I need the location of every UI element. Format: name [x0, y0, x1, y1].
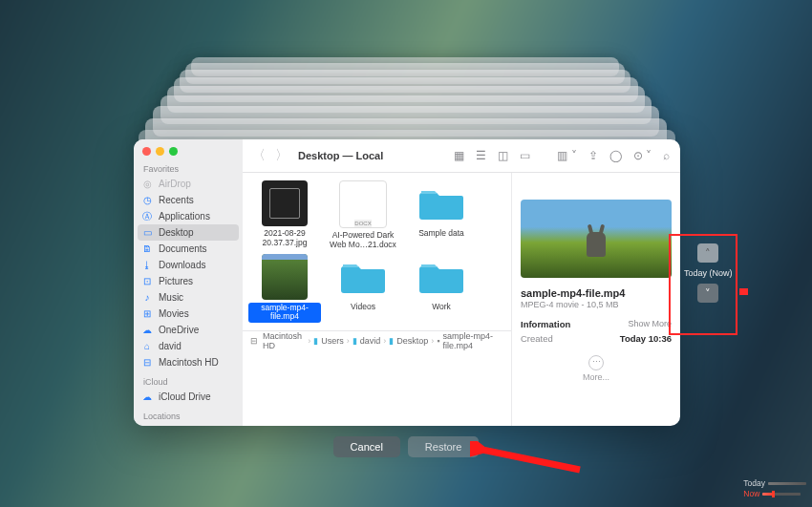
airdrop-icon: ◎: [141, 179, 153, 190]
sidebar-item-music[interactable]: ♪ Music: [134, 289, 243, 306]
sidebar-item-label: Downloads: [159, 260, 205, 270]
path-bar[interactable]: ⊟ Macintosh HD› ▮ Users› ▮ david› ▮ Desk…: [243, 330, 511, 350]
sidebar-item-recents[interactable]: ◷ Recents: [134, 192, 243, 208]
file-label: Work: [432, 303, 451, 312]
applications-icon: Ⓐ: [141, 211, 153, 222]
file-label: Videos: [351, 303, 375, 312]
sidebar-item-label: Applications: [159, 211, 210, 222]
preview-info-header: Information: [521, 319, 570, 329]
cancel-button[interactable]: Cancel: [333, 436, 400, 457]
annotation-marker: [739, 288, 748, 295]
created-label: Created: [521, 333, 553, 344]
restore-button[interactable]: Restore: [408, 436, 480, 457]
drive-icon: ⊟: [248, 335, 260, 347]
forward-button[interactable]: 〉: [273, 147, 290, 164]
sidebar-item-onedrive[interactable]: ☁ OneDrive: [134, 322, 243, 338]
view-gallery-button[interactable]: ▭: [517, 149, 533, 162]
cloud-icon: ☁: [141, 325, 153, 336]
image-thumbnail: [262, 180, 308, 226]
preview-thumbnail: [521, 200, 672, 278]
sidebar-section-icloud: iCloud: [134, 374, 243, 389]
file-label: 2021-08-29 20.37.37.jpg: [248, 229, 321, 248]
file-item-selected[interactable]: sample-mp4-file.mp4: [248, 254, 321, 324]
tags-button[interactable]: ◯: [607, 149, 625, 162]
timeline[interactable]: Today Now: [743, 478, 806, 499]
sidebar-item-label: Documents: [159, 243, 207, 254]
preview-pane: sample-mp4-file.mp4 MPEG-4 movie - 10,5 …: [511, 173, 680, 426]
sidebar-item-label: Movies: [159, 308, 189, 319]
sidebar-item-label: AirDrop: [159, 179, 191, 189]
show-more-link[interactable]: Show More: [628, 319, 672, 329]
sidebar-item-desktop[interactable]: ▭ Desktop: [138, 224, 239, 241]
minimize-button[interactable]: [156, 147, 164, 156]
sidebar-item-documents[interactable]: 🗎 Documents: [134, 241, 243, 257]
file-label: sample-mp4-file.mp4: [248, 303, 321, 324]
file-item[interactable]: Sample data: [405, 180, 478, 250]
time-navigation: ˄ Today (Now) ˅: [684, 243, 733, 303]
preview-filename: sample-mp4-file.mp4: [521, 287, 672, 299]
toolbar: 〈 〉 Desktop — Local ▦ ☰ ◫ ▭ ▥ ˅ ⇪ ◯ ⊙ ˅ …: [243, 139, 680, 173]
sidebar: Favorites ◎ AirDrop ◷ Recents Ⓐ Applicat…: [134, 139, 243, 426]
file-label: AI-Powered Dark Web Mo…21.docx: [327, 231, 399, 250]
back-button[interactable]: 〈: [250, 147, 267, 164]
music-icon: ♪: [141, 292, 153, 304]
folder-thumbnail: [340, 254, 386, 300]
sidebar-item-label: iCloud Drive: [159, 391, 210, 402]
folder-thumbnail: [418, 254, 464, 300]
movies-icon: ⊞: [141, 308, 153, 320]
sidebar-section-favorites: Favorites: [134, 161, 243, 176]
file-item[interactable]: Videos: [327, 254, 399, 324]
preview-more[interactable]: ⋯ More...: [521, 355, 672, 382]
video-thumbnail: [262, 254, 308, 300]
share-button[interactable]: ⇪: [586, 149, 601, 162]
svg-line-0: [478, 449, 580, 470]
sidebar-item-airdrop[interactable]: ◎ AirDrop: [134, 176, 243, 192]
annotation-arrow: [470, 441, 585, 479]
zoom-button[interactable]: [169, 147, 178, 156]
downloads-icon: ⭳: [141, 260, 153, 271]
documents-icon: 🗎: [141, 243, 153, 255]
time-nav-down[interactable]: ˅: [697, 284, 718, 303]
pictures-icon: ⊡: [141, 276, 153, 287]
folder-icon: ▮: [353, 336, 357, 346]
folder-icon: ▮: [389, 336, 394, 346]
sidebar-item-label: david: [159, 341, 182, 351]
window-title: Desktop — Local: [298, 150, 383, 161]
group-menu[interactable]: ▥ ˅: [554, 149, 579, 162]
sidebar-item-label: OneDrive: [159, 325, 199, 335]
file-icon: ▪: [437, 336, 439, 346]
file-item[interactable]: 2021-08-29 20.37.37.jpg: [248, 180, 321, 250]
sidebar-item-label: Recents: [159, 195, 194, 205]
desktop-icon: ▭: [141, 227, 153, 239]
sidebar-item-icloud-drive[interactable]: ☁ iCloud Drive: [134, 389, 243, 405]
created-value: Today 10:36: [620, 333, 672, 344]
document-thumbnail: DOCX: [339, 180, 387, 228]
sidebar-item-label: Desktop: [159, 227, 194, 238]
action-menu[interactable]: ⊙ ˅: [630, 149, 654, 162]
file-item[interactable]: DOCX AI-Powered Dark Web Mo…21.docx: [327, 180, 399, 250]
file-grid: 2021-08-29 20.37.37.jpg DOCX AI-Powered …: [243, 173, 511, 330]
sidebar-item-pictures[interactable]: ⊡ Pictures: [134, 273, 243, 289]
file-label: Sample data: [418, 229, 464, 239]
view-list-button[interactable]: ☰: [473, 149, 489, 162]
drive-icon: ⊟: [141, 357, 153, 369]
clock-icon: ◷: [141, 195, 153, 206]
view-icons-button[interactable]: ▦: [451, 149, 467, 162]
preview-meta: MPEG-4 movie - 10,5 MB: [521, 300, 672, 309]
sidebar-item-macintosh-hd[interactable]: ⊟ Macintosh HD: [134, 354, 243, 370]
action-bar: Cancel Restore: [0, 436, 812, 457]
sidebar-item-movies[interactable]: ⊞ Movies: [134, 306, 243, 322]
view-columns-button[interactable]: ◫: [495, 149, 511, 162]
close-button[interactable]: [142, 147, 151, 156]
sidebar-item-david[interactable]: ⌂ david: [134, 338, 243, 354]
sidebar-item-label: Music: [159, 292, 183, 303]
sidebar-item-downloads[interactable]: ⭳ Downloads: [134, 257, 243, 273]
icloud-icon: ☁: [141, 391, 153, 403]
home-icon: ⌂: [141, 341, 153, 352]
search-button[interactable]: ⌕: [660, 149, 673, 162]
finder-window: Favorites ◎ AirDrop ◷ Recents Ⓐ Applicat…: [134, 139, 680, 426]
file-item[interactable]: Work: [405, 254, 478, 324]
folder-thumbnail: [418, 180, 464, 226]
sidebar-item-applications[interactable]: Ⓐ Applications: [134, 208, 243, 224]
time-nav-up[interactable]: ˄: [697, 243, 718, 263]
